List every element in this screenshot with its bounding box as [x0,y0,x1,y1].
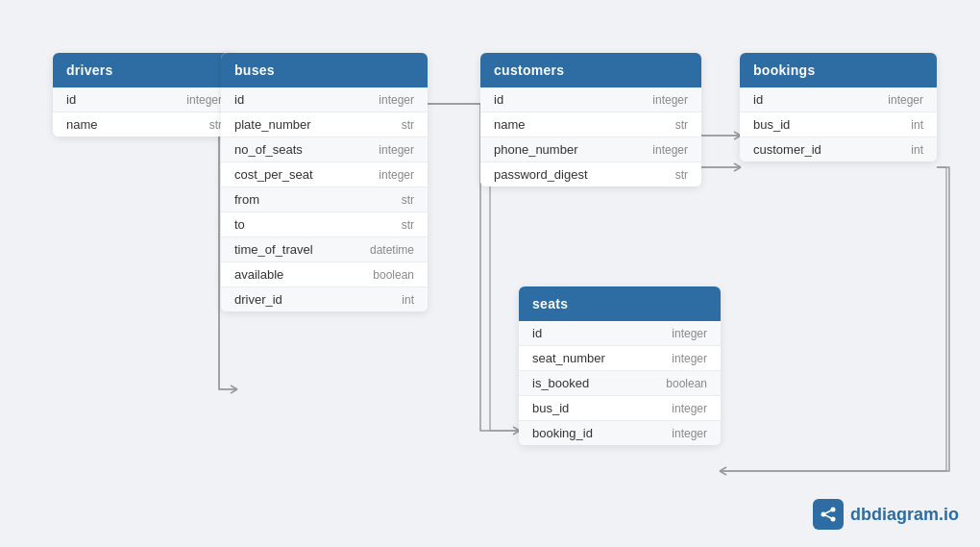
table-row: driver_id int [221,287,428,311]
table-row: password_digest str [480,162,701,186]
svg-point-24 [830,508,835,512]
svg-line-13 [231,389,237,393]
table-seats: seats id integer seat_number integer is_… [519,286,721,445]
watermark-label: dbdiagram.io [850,505,959,525]
svg-point-25 [830,517,835,522]
table-row: bus_id int [740,112,937,137]
table-row: available boolean [221,262,428,287]
table-row: from str [221,187,428,212]
table-header-customers: customers [480,53,701,87]
table-row: name str [53,112,235,137]
svg-line-17 [734,163,741,167]
table-row: time_of_travel datetime [221,237,428,262]
table-header-drivers: drivers [53,53,235,87]
table-row: id integer [221,87,428,112]
watermark: dbdiagram.io [813,499,959,530]
table-row: booking_id integer [519,421,721,445]
table-row: to str [221,212,428,237]
table-customers: customers id integer name str phone_numb… [480,53,701,186]
watermark-icon [813,499,844,530]
svg-line-27 [825,515,831,518]
svg-line-21 [720,467,726,471]
table-header-bookings: bookings [740,53,937,87]
table-row: id integer [740,87,937,112]
table-row: phone_number integer [480,137,701,162]
table-row: no_of_seats integer [221,137,428,162]
table-row: seat_number integer [519,346,721,371]
table-buses: buses id integer plate_number str no_of_… [221,53,428,311]
svg-point-23 [821,512,825,517]
table-drivers: drivers id integer name str [53,53,235,137]
table-bookings: bookings id integer bus_id int customer_… [740,53,937,162]
svg-line-22 [720,471,726,475]
table-row: is_booked boolean [519,371,721,396]
table-row: cost_per_seat integer [221,162,428,187]
svg-line-26 [825,510,831,513]
table-row: name str [480,112,701,137]
table-row: plate_number str [221,112,428,137]
table-row: id integer [480,87,701,112]
table-row: customer_id int [740,137,937,162]
svg-line-12 [231,385,237,389]
table-row: id integer [53,87,235,112]
svg-line-18 [734,167,741,171]
table-header-buses: buses [221,53,428,87]
diagram-canvas: drivers id integer name str buses id int… [0,0,980,547]
table-header-seats: seats [519,286,721,321]
table-row: bus_id integer [519,396,721,421]
table-row: id integer [519,321,721,346]
